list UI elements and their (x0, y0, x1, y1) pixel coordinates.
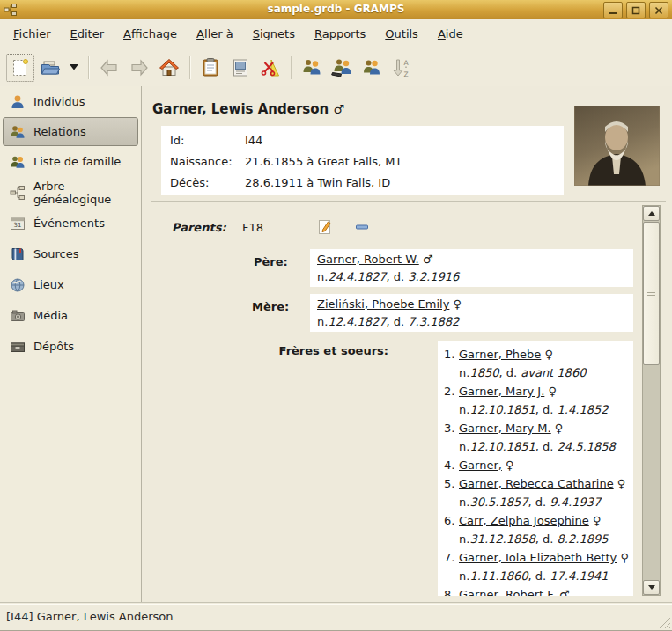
minimize-button[interactable] (603, 2, 623, 18)
male-symbol: ♂ (559, 588, 570, 596)
menu-editer[interactable]: Editer (61, 22, 114, 46)
maximize-button[interactable] (626, 2, 646, 18)
menu-signets[interactable]: Signets (243, 22, 305, 46)
sibling-number: 2. (444, 382, 459, 400)
people-action-button-2[interactable] (327, 53, 357, 83)
people-action-button-3[interactable] (357, 53, 387, 83)
sidebar-item-label: Dépôts (33, 340, 74, 353)
triangle-down-icon (648, 585, 655, 590)
father-link[interactable]: Garner, Robert W. (317, 253, 419, 266)
sibling-link[interactable]: Garner, (459, 459, 502, 472)
relations-icon (10, 124, 26, 140)
active-person-title: Garner, Lewis Anderson ♂ (152, 101, 344, 117)
open-dropdown-button[interactable] (65, 53, 83, 83)
sidebar-item-label: Individus (33, 95, 85, 108)
menu-aller-a[interactable]: Aller à (187, 22, 243, 46)
sibling-link[interactable]: Garner, Rebecca Catharine (459, 477, 614, 490)
scratchpad-button[interactable] (196, 53, 225, 83)
sibling-entry: 4.Garner, ♀ (444, 456, 633, 474)
sibling-link[interactable]: Garner, Mary J. (459, 385, 544, 398)
tools-button[interactable] (255, 53, 285, 83)
sibling-link[interactable]: Garner, Robert F. (459, 588, 556, 596)
menu-fichier[interactable]: Fichier (4, 22, 61, 46)
media-icon (10, 308, 26, 324)
sibling-link[interactable]: Carr, Zelpha Josephine (459, 514, 589, 527)
title-bar[interactable]: sample.grdb - GRAMPS (0, 0, 672, 19)
status-bar: [I44] Garner, Lewis Anderson (0, 602, 672, 631)
siblings-section-label: Frères et soeurs: (256, 344, 388, 357)
info-row-death: Décès: 28.6.1911 à Twin Falls, ID (161, 172, 564, 193)
sibling-entry: 7.Garner, Iola Elizabeth Betty ♀ (444, 548, 633, 567)
parents-family-id: F18 (242, 221, 263, 234)
sibling-number: 8. (444, 585, 459, 596)
female-symbol: ♀ (593, 514, 602, 527)
sibling-link[interactable]: Garner, Mary M. (459, 422, 551, 435)
back-button[interactable] (94, 53, 124, 83)
sibling-link[interactable]: Garner, Phebe (459, 348, 541, 361)
back-arrow-icon (99, 57, 120, 78)
sidebar-item-label: Liste de famille (33, 155, 121, 168)
events-icon: 31 (10, 216, 26, 231)
sidebar-item-arbre-genealogique[interactable]: Arbre généalogique (0, 177, 141, 208)
scrollbar-thumb[interactable] (643, 222, 660, 365)
mother-line: Zieliński, Phoebe Emily ♀ (317, 296, 633, 313)
svg-text:31: 31 (14, 222, 22, 229)
menu-affichage[interactable]: Affichage (114, 22, 187, 46)
pedigree-icon (10, 185, 26, 201)
sidebar-item-lieux[interactable]: Lieux (0, 269, 141, 300)
male-symbol: ♂ (423, 253, 433, 266)
female-symbol: ♀ (617, 477, 626, 490)
people-action-button-1[interactable] (297, 53, 327, 83)
remove-family-button[interactable] (352, 217, 372, 237)
female-symbol: ♀ (544, 348, 553, 361)
sidebar-item-sources[interactable]: Sources (0, 238, 141, 269)
sibling-number: 7. (444, 548, 459, 567)
sibling-entry: 2.Garner, Mary J. ♀ (444, 382, 633, 400)
sibling-dates: n.1850, d. avant 1860 (444, 363, 633, 382)
resize-grip[interactable] (658, 616, 670, 628)
reports-button[interactable] (225, 53, 255, 83)
sibling-dates: n.1.11.1860, d. 17.4.1941 (444, 567, 633, 585)
menu-rapports[interactable]: Rapports (305, 22, 375, 46)
sidebar-item-individus[interactable]: Individus (0, 86, 141, 117)
sidebar-item-liste-de-famille[interactable]: Liste de famille (0, 146, 141, 177)
sidebar-item-evenements[interactable]: 31 Événements (0, 208, 141, 238)
window-controls (603, 2, 668, 18)
menu-aide[interactable]: Aide (428, 22, 473, 46)
sidebar-item-relations[interactable]: Relations (3, 117, 138, 146)
gramps-window: sample.grdb - GRAMPS Fichier Editer Affi… (0, 0, 672, 631)
mother-link[interactable]: Zieliński, Phoebe Emily (317, 297, 449, 311)
sources-icon (10, 246, 26, 262)
female-symbol: ♀ (548, 385, 557, 398)
id-value: I44 (245, 134, 262, 147)
svg-text:Z: Z (403, 70, 408, 78)
vertical-scrollbar[interactable] (642, 205, 661, 596)
sidebar-item-depots[interactable]: Dépôts (0, 331, 141, 362)
sidebar-item-media[interactable]: Média (0, 300, 141, 331)
new-button[interactable] (5, 53, 35, 83)
relations-scroll-area: Parents: F18 Père: Garner, Robert W. ♂ n… (142, 205, 635, 596)
open-button[interactable] (35, 53, 65, 83)
forward-button[interactable] (124, 53, 154, 83)
female-symbol: ♀ (454, 297, 462, 311)
sibling-entry: 8.Garner, Robert F. ♂ (444, 585, 633, 596)
sibling-number: 5. (444, 474, 459, 493)
person-portrait[interactable] (574, 106, 660, 186)
header-divider (151, 201, 666, 202)
close-button[interactable] (649, 2, 668, 18)
sort-button[interactable]: AZ (387, 53, 417, 83)
status-text: [I44] Garner, Lewis Anderson (6, 610, 174, 623)
birth-label: Naissance: (170, 155, 245, 168)
male-symbol: ♂ (333, 102, 344, 116)
window-title: sample.grdb - GRAMPS (0, 3, 672, 15)
scroll-up-button[interactable] (643, 206, 660, 221)
sibling-number: 1. (444, 345, 459, 363)
menu-bar: Fichier Editer Affichage Aller à Signets… (0, 19, 672, 48)
triangle-up-icon (648, 211, 655, 216)
menu-outils[interactable]: Outils (375, 22, 428, 46)
edit-family-button[interactable] (315, 217, 335, 237)
sibling-link[interactable]: Garner, Iola Elizabeth Betty (459, 551, 617, 564)
minimize-icon (609, 6, 617, 15)
scroll-down-button[interactable] (643, 580, 660, 595)
home-button[interactable] (154, 53, 184, 83)
